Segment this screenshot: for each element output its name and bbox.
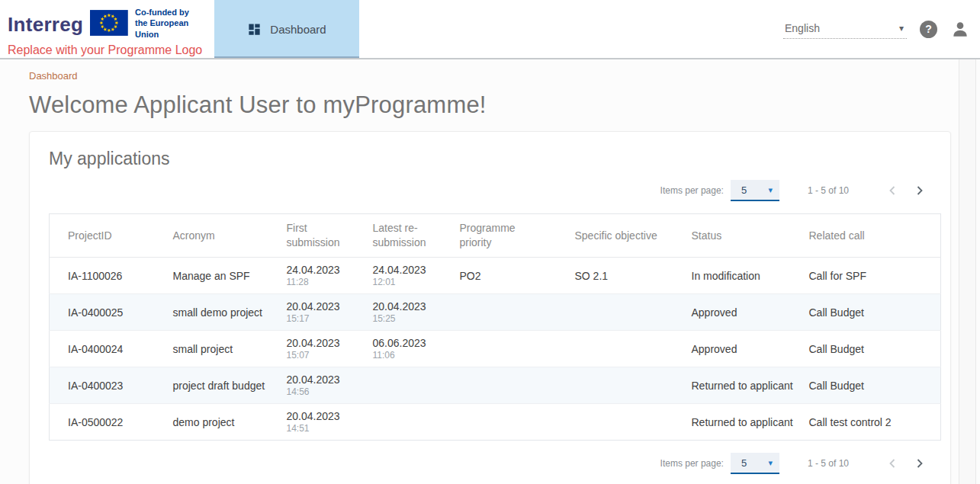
cell-first-submission: 20.04.202314:51 — [268, 404, 355, 441]
chevron-right-icon — [915, 185, 924, 196]
language-select[interactable]: English ▾ — [783, 20, 907, 39]
cell-latest-resubmission — [355, 367, 442, 404]
page-range-label: 1 - 5 of 10 — [808, 458, 849, 469]
cell-programme-priority — [442, 294, 557, 331]
cell-first-submission-date: 24.04.2023 — [287, 264, 352, 277]
column-header: Latest re-submission — [355, 214, 442, 258]
cell-related-call: Call Budget — [791, 367, 941, 404]
header-actions: English ▾ ? — [783, 0, 980, 58]
user-icon — [950, 19, 970, 39]
cell-project-id: IA-0400023 — [50, 367, 155, 404]
cell-latest-resubmission: 06.06.202311:06 — [355, 331, 442, 367]
cell-first-submission: 24.04.202311:28 — [268, 258, 355, 294]
programme-logo: Interreg Co-funded by the European Un — [0, 0, 214, 58]
table-row[interactable]: IA-0400025small demo project20.04.202315… — [50, 294, 941, 331]
cell-acronym: Manage an SPF — [155, 258, 268, 294]
cell-acronym: small project — [155, 331, 268, 367]
app-header: Interreg Co-funded by the European Un — [0, 0, 980, 59]
page-title: Welcome Applicant User to myProgramme! — [29, 91, 951, 119]
cofunded-line2: the European Union — [135, 18, 188, 38]
table-row[interactable]: IA-1100026Manage an SPF24.04.202311:2824… — [50, 258, 941, 294]
cell-project-id: IA-0500022 — [50, 404, 155, 441]
cell-first-submission-time: 15:07 — [287, 350, 352, 361]
previous-page-button[interactable] — [887, 458, 898, 469]
cell-latest-resubmission: 24.04.202312:01 — [355, 258, 442, 294]
cell-acronym: project draft budget — [155, 367, 268, 404]
cell-latest-resubmission-date: 20.04.2023 — [373, 300, 439, 314]
cell-first-submission-time: 15:17 — [287, 313, 352, 324]
cell-latest-resubmission-date: 24.04.2023 — [373, 264, 439, 277]
eu-flag-icon — [90, 10, 128, 36]
table-row[interactable]: IA-0400023project draft budget20.04.2023… — [50, 367, 941, 404]
column-header: First submission — [268, 214, 355, 258]
column-header: Status — [673, 214, 791, 258]
cell-related-call: Call Budget — [791, 331, 941, 367]
cell-related-call: Call test control 2 — [791, 404, 941, 441]
cell-status: Approved — [673, 294, 791, 331]
page-size-value: 5 — [741, 457, 747, 469]
table-row[interactable]: IA-0500022demo project20.04.202314:51Ret… — [50, 404, 941, 441]
applications-table: ProjectIDAcronymFirst submissionLatest r… — [49, 213, 941, 441]
select-caret-icon: ▾ — [768, 186, 773, 194]
paginator-top: Items per page: 5 ▾ 1 - 5 of 10 — [49, 178, 940, 203]
table-row[interactable]: IA-0400024small project20.04.202315:0706… — [50, 331, 941, 367]
cell-specific-objective — [557, 331, 673, 367]
chevron-right-icon — [915, 458, 924, 469]
cell-first-submission-date: 20.04.2023 — [287, 300, 352, 314]
interreg-eu-logo: Interreg Co-funded by the European Un — [8, 7, 214, 40]
cell-first-submission-time: 11:28 — [287, 277, 352, 287]
cell-specific-objective — [557, 294, 673, 331]
cell-first-submission-date: 20.04.2023 — [287, 373, 352, 387]
cell-latest-resubmission-time: 12:01 — [373, 277, 439, 287]
next-page-button[interactable] — [914, 185, 925, 196]
cell-project-id: IA-0400024 — [50, 331, 155, 367]
cell-latest-resubmission-date: 06.06.2023 — [373, 337, 439, 351]
pagination-nav — [887, 458, 925, 469]
cell-status: Returned to applicant — [673, 404, 791, 441]
page-scrollbar[interactable] — [959, 59, 976, 484]
column-header: Acronym — [155, 214, 268, 258]
user-menu-button[interactable] — [950, 19, 970, 39]
cell-first-submission-date: 20.04.2023 — [287, 410, 352, 424]
cell-latest-resubmission-time: 15:25 — [373, 313, 439, 324]
paginator-bottom: Items per page: 5 ▾ 1 - 5 of 10 — [49, 451, 940, 476]
next-page-button[interactable] — [914, 458, 925, 469]
pagination-nav — [887, 185, 925, 196]
items-per-page-label: Items per page: — [660, 185, 724, 196]
page-size-value: 5 — [741, 184, 747, 196]
cofunded-label: Co-funded by the European Union — [135, 7, 214, 40]
column-header: Specific objective — [557, 214, 673, 258]
cell-project-id: IA-0400025 — [50, 294, 155, 331]
column-header: ProjectID — [50, 214, 155, 258]
language-selected-value: English — [785, 22, 820, 34]
cell-acronym: small demo project — [155, 294, 268, 331]
cell-status: Approved — [673, 331, 791, 367]
cell-latest-resubmission: 20.04.202315:25 — [355, 294, 442, 331]
previous-page-button[interactable] — [887, 185, 898, 196]
main-content: Dashboard Welcome Applicant User to myPr… — [0, 59, 959, 484]
cell-related-call: Call Budget — [791, 294, 941, 331]
items-per-page-label: Items per page: — [660, 458, 724, 469]
cell-latest-resubmission — [355, 404, 442, 441]
tab-dashboard-label: Dashboard — [270, 23, 326, 36]
select-caret-icon: ▾ — [768, 459, 773, 467]
cell-related-call: Call for SPF — [791, 258, 941, 294]
cell-first-submission: 20.04.202315:07 — [268, 331, 355, 367]
help-button[interactable]: ? — [920, 21, 937, 38]
tab-dashboard[interactable]: Dashboard — [214, 0, 359, 58]
cell-specific-objective — [557, 404, 673, 441]
interreg-wordmark: Interreg — [8, 11, 83, 34]
page-size-select[interactable]: 5 ▾ — [731, 453, 779, 474]
cofunded-line1: Co-funded by — [135, 8, 189, 17]
chevron-left-icon — [888, 185, 897, 196]
chevron-down-icon: ▾ — [899, 24, 904, 33]
chevron-left-icon — [888, 458, 897, 469]
breadcrumb[interactable]: Dashboard — [29, 70, 78, 82]
cell-first-submission: 20.04.202314:56 — [268, 367, 355, 404]
my-applications-card: My applications Items per page: 5 ▾ 1 - … — [29, 131, 951, 484]
page-size-select[interactable]: 5 ▾ — [731, 180, 779, 201]
cell-latest-resubmission-time: 11:06 — [373, 350, 439, 361]
cell-project-id: IA-1100026 — [50, 258, 155, 294]
cell-status: In modification — [673, 258, 791, 294]
logo-placeholder-text: Replace with your Programme Logo — [8, 43, 214, 57]
